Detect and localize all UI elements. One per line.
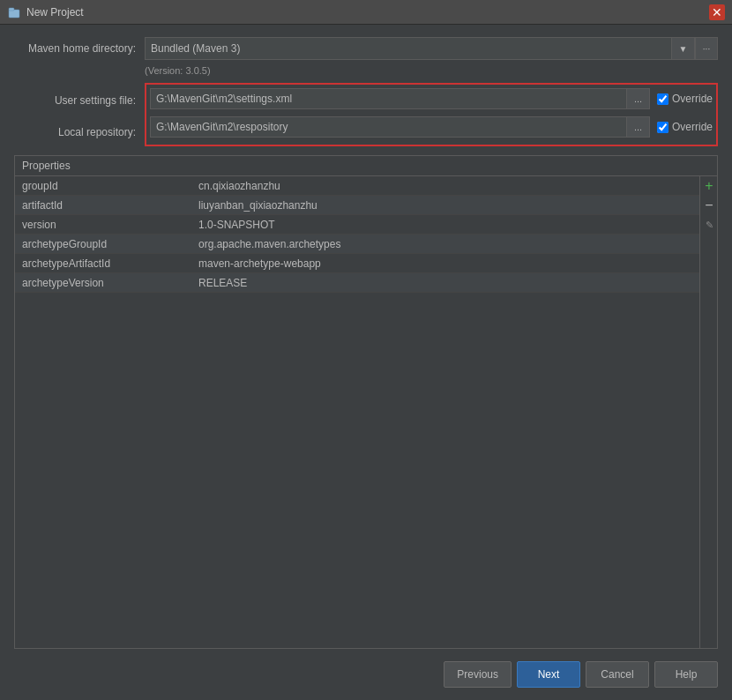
properties-header: Properties (15, 156, 717, 176)
properties-section: Properties groupId cn.qixiaozhanzhu arti… (14, 155, 718, 649)
title-icon (7, 5, 21, 19)
previous-button[interactable]: Previous (444, 661, 512, 688)
title-text: New Project (26, 6, 709, 19)
prop-key: groupId (15, 180, 191, 192)
local-repo-row: ... Override (150, 116, 713, 138)
user-settings-row: ... Override (150, 88, 713, 109)
footer: Previous Next Cancel Help (14, 658, 718, 688)
prop-value: maven-archetype-webapp (191, 257, 699, 270)
cancel-button[interactable]: Cancel (586, 661, 649, 688)
table-row[interactable]: version 1.0-SNAPSHOT (15, 215, 699, 235)
user-settings-override-group: Override (657, 93, 713, 105)
maven-home-input[interactable] (145, 37, 672, 60)
prop-value: liuyanban_qixiaozhanzhu (191, 199, 699, 212)
prop-value: cn.qixiaozhanzhu (191, 180, 699, 192)
user-settings-override-label: Override (672, 93, 713, 105)
maven-home-browse[interactable]: ··· (695, 37, 718, 60)
close-button[interactable]: ✕ (709, 4, 725, 20)
svg-rect-0 (9, 10, 19, 18)
dialog-body: Maven home directory: ▼ ··· (Version: 3.… (0, 25, 732, 700)
user-settings-browse[interactable]: ... (627, 88, 650, 109)
table-row[interactable]: archetypeGroupId org.apache.maven.archet… (15, 235, 699, 254)
window-controls: ✕ (709, 4, 725, 20)
prop-key: version (15, 219, 191, 231)
properties-table: groupId cn.qixiaozhanzhu artifactId liuy… (15, 176, 717, 648)
maven-home-label: Maven home directory: (14, 42, 145, 55)
svg-rect-1 (9, 8, 14, 11)
maven-home-dropdown[interactable]: ▼ (672, 37, 695, 60)
settings-wrapper: User settings file:Local repository: ...… (14, 83, 718, 146)
remove-property-button[interactable]: − (700, 196, 718, 215)
properties-list: groupId cn.qixiaozhanzhu artifactId liuy… (15, 176, 699, 648)
local-repo-input[interactable] (150, 116, 627, 138)
prop-value: RELEASE (191, 277, 699, 289)
table-row[interactable]: archetypeVersion RELEASE (15, 273, 699, 293)
prop-key: archetypeArtifactId (15, 257, 191, 270)
table-row[interactable]: groupId cn.qixiaozhanzhu (15, 176, 699, 196)
prop-value: org.apache.maven.archetypes (191, 238, 699, 250)
maven-home-row: Maven home directory: ▼ ··· (14, 37, 718, 60)
prop-key: archetypeVersion (15, 277, 191, 289)
table-row[interactable]: archetypeArtifactId maven-archetype-weba… (15, 254, 699, 273)
maven-home-control: ▼ ··· (145, 37, 718, 60)
local-repo-browse[interactable]: ... (627, 116, 650, 138)
local-repo-label: Local repository: (14, 118, 145, 146)
help-button[interactable]: Help (654, 661, 718, 688)
prop-value: 1.0-SNAPSHOT (191, 219, 699, 231)
prop-key: archetypeGroupId (15, 238, 191, 250)
user-settings-input[interactable] (150, 88, 627, 109)
next-button[interactable]: Next (517, 661, 580, 688)
properties-actions: + − ✎ (699, 176, 717, 648)
prop-key: artifactId (15, 199, 191, 212)
user-settings-label: User settings file: (14, 86, 145, 115)
local-repo-override-label: Override (672, 121, 713, 133)
local-repo-override-group: Override (657, 121, 713, 133)
local-repo-checkbox[interactable] (657, 122, 669, 133)
add-property-button[interactable]: + (700, 176, 718, 196)
table-row[interactable]: artifactId liuyanban_qixiaozhanzhu (15, 196, 699, 215)
edit-property-button[interactable]: ✎ (700, 215, 718, 235)
red-border-section: ... Override ... Override (145, 83, 718, 146)
maven-version: (Version: 3.0.5) (145, 65, 718, 76)
title-bar: New Project ✕ (0, 0, 732, 25)
user-settings-checkbox[interactable] (657, 93, 669, 105)
